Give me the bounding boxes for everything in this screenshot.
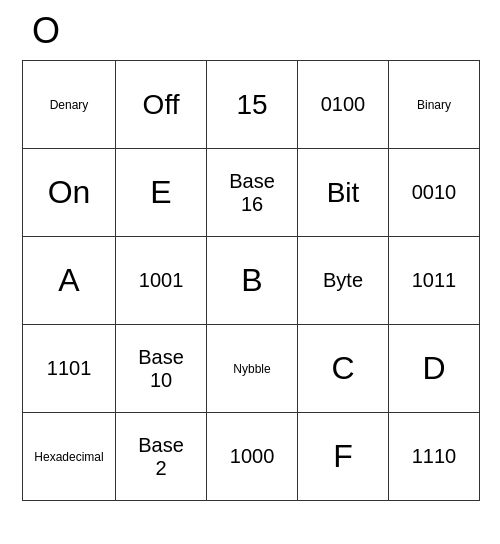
table-cell: Base10 bbox=[116, 325, 207, 413]
table-cell: Off bbox=[116, 61, 207, 149]
table-cell: 1000 bbox=[207, 413, 298, 501]
page-container: O DenaryOff150100BinaryOnEBase16Bit0010A… bbox=[0, 0, 500, 544]
table-cell: On bbox=[23, 149, 116, 237]
table-cell: Hexadecimal bbox=[23, 413, 116, 501]
table-cell: Denary bbox=[23, 61, 116, 149]
table-cell: 15 bbox=[207, 61, 298, 149]
table-cell: C bbox=[298, 325, 389, 413]
table-cell: 0100 bbox=[298, 61, 389, 149]
table-cell: B bbox=[207, 237, 298, 325]
table-cell: Base2 bbox=[116, 413, 207, 501]
table-cell: Bit bbox=[298, 149, 389, 237]
table-cell: 1101 bbox=[23, 325, 116, 413]
top-letter: O bbox=[32, 10, 60, 52]
table-cell: 1011 bbox=[389, 237, 480, 325]
table-cell: F bbox=[298, 413, 389, 501]
table-cell: 1001 bbox=[116, 237, 207, 325]
table-cell: Base16 bbox=[207, 149, 298, 237]
table-cell: E bbox=[116, 149, 207, 237]
table-cell: Nybble bbox=[207, 325, 298, 413]
table-cell: Byte bbox=[298, 237, 389, 325]
bingo-grid: DenaryOff150100BinaryOnEBase16Bit0010A10… bbox=[22, 60, 480, 501]
table-cell: 0010 bbox=[389, 149, 480, 237]
table-cell: D bbox=[389, 325, 480, 413]
table-cell: Binary bbox=[389, 61, 480, 149]
table-cell: A bbox=[23, 237, 116, 325]
table-cell: 1110 bbox=[389, 413, 480, 501]
